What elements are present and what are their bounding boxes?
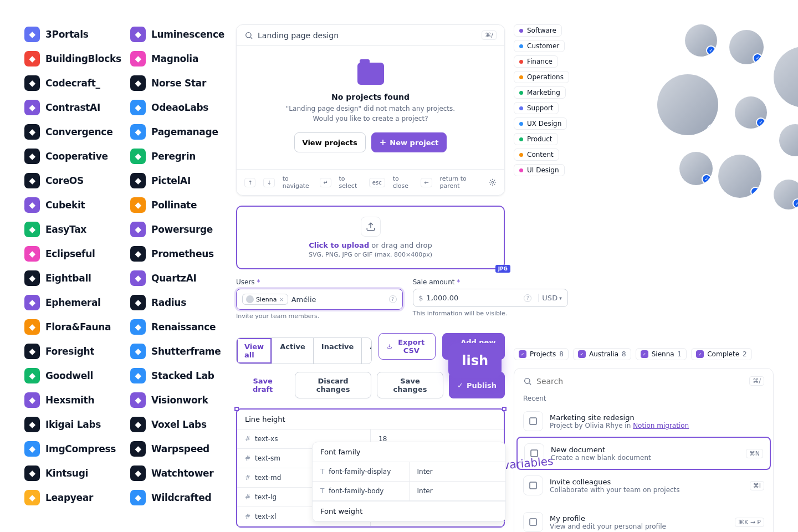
tag-product[interactable]: Product	[514, 133, 558, 145]
avatar[interactable]: ✓	[657, 74, 718, 135]
cmdk-item-my-profile[interactable]: My profileView and edit your personal pr…	[516, 507, 771, 532]
save-changes-button[interactable]: Save changes	[377, 372, 443, 398]
brand-convergence[interactable]: ◆Convergence	[24, 122, 121, 142]
user-plus-icon	[523, 475, 543, 495]
brand-magnolia[interactable]: ◆Magnolia	[130, 49, 227, 69]
brand-cooperative[interactable]: ◆Cooperative	[24, 146, 121, 166]
segment-inactive[interactable]: Inactive	[314, 338, 362, 364]
tag-support[interactable]: Support	[514, 102, 559, 114]
brand-radius[interactable]: ◆Radius	[130, 293, 227, 313]
brand-hexsmith[interactable]: ◆Hexsmith	[24, 390, 121, 410]
save-draft-button[interactable]: Save draft	[236, 372, 289, 398]
brand-norsestar[interactable]: ◆Norse Star	[130, 73, 227, 93]
cmdk-item-new-document[interactable]: New documentCreate a new blank document⌘…	[516, 437, 771, 470]
avatar[interactable]: ✓	[679, 152, 713, 185]
brand-odeaolabs[interactable]: ◆OdeaoLabs	[130, 98, 227, 117]
svg-rect-5	[530, 482, 536, 489]
export-csv-button[interactable]: Export CSV	[378, 333, 436, 360]
users-label: Users *	[236, 278, 403, 286]
brand-leapyear[interactable]: ◆Leapyear	[24, 488, 121, 508]
search-panel: ⌘/ No projects found "Landing page desig…	[236, 24, 505, 196]
tag-content[interactable]: Content	[514, 149, 559, 161]
brand-contrastai[interactable]: ◆ContrastAI	[24, 98, 121, 117]
view-projects-button[interactable]: View projects	[294, 132, 366, 152]
brand-warpspeed[interactable]: ◆Warpspeed	[130, 439, 227, 459]
filter-chip-complete[interactable]: ✓Complete2	[691, 348, 751, 360]
brand-watchtower[interactable]: ◆Watchtower	[130, 463, 227, 483]
brand-foresight[interactable]: ◆Foresight	[24, 341, 121, 361]
avatar[interactable]: ✓	[774, 180, 798, 209]
brand-quartzai[interactable]: ◆QuartzAI	[130, 268, 227, 288]
brand-stackedlab[interactable]: ◆Stacked Lab	[130, 366, 227, 386]
tag-software[interactable]: Software	[514, 24, 562, 37]
brand-easytax[interactable]: ◆EasyTax	[24, 219, 121, 239]
cmdk-item-marketing-site-redesign[interactable]: Marketing site redesignProject by Olivia…	[516, 406, 771, 437]
brand-goodwell[interactable]: ◆Goodwell	[24, 366, 121, 386]
typography-panel[interactable]: Line height #text-xs18#text-sm#text-md#t…	[236, 408, 505, 528]
new-project-button[interactable]: +New project	[371, 132, 447, 152]
avatar[interactable]: ✓	[685, 24, 717, 57]
gear-icon[interactable]	[489, 178, 497, 187]
brand-icon: ◆	[24, 417, 40, 432]
avatar[interactable]: ✓	[779, 124, 798, 156]
brand-coreos[interactable]: ◆CoreOS	[24, 171, 121, 191]
brand-icon: ◆	[130, 75, 146, 91]
help-icon[interactable]: ?	[389, 295, 397, 303]
tag-ui-design[interactable]: UI Design	[514, 164, 565, 176]
brand-pagemanage[interactable]: ◆Pagemanage	[130, 122, 227, 142]
brand-icon: ◆	[130, 246, 146, 262]
cmdk-item-invite-colleagues[interactable]: Invite colleaguesCollaborate with your t…	[516, 470, 771, 501]
brand-luminescence[interactable]: ◆Luminescence	[130, 24, 227, 44]
users-input[interactable]: Sienna× ?	[236, 289, 403, 310]
upload-icon	[361, 217, 381, 237]
brand-portals[interactable]: ◆3Portals	[24, 24, 121, 44]
avatar[interactable]: ✓	[735, 96, 767, 129]
search-input[interactable]	[258, 31, 477, 40]
cmdk-search-input[interactable]	[536, 377, 745, 386]
tag-finance[interactable]: Finance	[514, 55, 558, 68]
brand-icon: ◆	[24, 124, 40, 140]
brand-pollinate[interactable]: ◆Pollinate	[130, 195, 227, 215]
tag-operations[interactable]: Operations	[514, 71, 569, 83]
brand-imgcompress[interactable]: ◆ImgCompress	[24, 439, 121, 459]
svg-point-0	[246, 32, 251, 37]
tag-ux-design[interactable]: UX Design	[514, 117, 567, 130]
brand-prometheus[interactable]: ◆Prometheus	[130, 244, 227, 264]
brand-peregrin[interactable]: ◆Peregrin	[130, 146, 227, 166]
filter-chip-projects[interactable]: ✓Projects8	[514, 348, 569, 360]
discard-button[interactable]: Discard changes	[295, 372, 371, 398]
brand-powersurge[interactable]: ◆Powersurge	[130, 219, 227, 239]
upload-dropzone[interactable]: Click to upload or drag and drop SVG, PN…	[236, 206, 505, 269]
brand-eclipseful[interactable]: ◆Eclipseful	[24, 244, 121, 264]
brand-renaissance[interactable]: ◆Renaissance	[130, 317, 227, 337]
avatar[interactable]: ✓	[729, 30, 764, 64]
brand-icon: ◆	[24, 295, 40, 310]
brand-pictelai[interactable]: ◆PictelAI	[130, 171, 227, 191]
brand-kintsugi[interactable]: ◆Kintsugi	[24, 463, 121, 483]
filter-chip-sienna[interactable]: ✓Sienna1	[636, 348, 687, 360]
tag-customer[interactable]: Customer	[514, 40, 565, 52]
brand-visionwork[interactable]: ◆Visionwork	[130, 390, 227, 410]
brand-ephemeral[interactable]: ◆Ephemeral	[24, 293, 121, 313]
search-icon	[244, 31, 253, 40]
brand-wildcrafted[interactable]: ◆Wildcrafted	[130, 488, 227, 508]
segment-active[interactable]: Active	[272, 338, 314, 364]
brand-eightball[interactable]: ◆Eightball	[24, 268, 121, 288]
brand-icon: ◆	[130, 27, 146, 42]
command-palette: ⌘/ Recent Marketing site redesignProject…	[514, 368, 774, 532]
brand-shutterframe[interactable]: ◆Shutterframe	[130, 341, 227, 361]
brand-florafauna[interactable]: ◆Flora&Fauna	[24, 317, 121, 337]
segment-archived[interactable]: Archived	[362, 338, 372, 364]
brand-ikigailabs[interactable]: ◆Ikigai Labs	[24, 415, 121, 434]
avatar[interactable]: ✓	[718, 155, 761, 198]
brand-icon: ◆	[24, 75, 40, 91]
segment-view-all[interactable]: View all	[237, 338, 272, 364]
brand-buildingblocks[interactable]: ◆BuildingBlocks	[24, 49, 121, 69]
brand-codecraft[interactable]: ◆Codecraft_	[24, 73, 121, 93]
filter-chip-australia[interactable]: ✓Australia8	[573, 348, 631, 360]
brand-cubekit[interactable]: ◆Cubekit	[24, 195, 121, 215]
avatar[interactable]: ✓	[774, 47, 798, 108]
brand-voxellabs[interactable]: ◆Voxel Labs	[130, 415, 227, 434]
brand-icon: ◆	[130, 344, 146, 359]
tag-marketing[interactable]: Marketing	[514, 86, 566, 99]
